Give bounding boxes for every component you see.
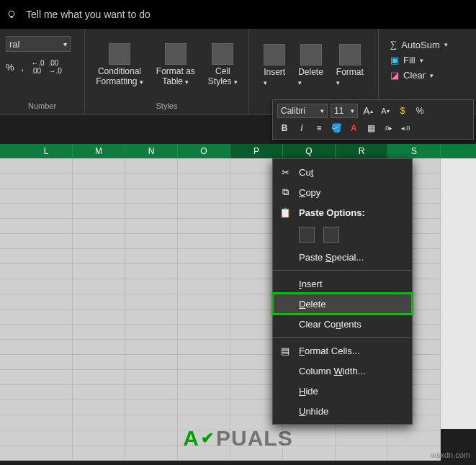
ctx-hide[interactable]: Hide — [273, 381, 412, 401]
cell[interactable] — [20, 355, 73, 370]
column-header-M[interactable]: M — [73, 144, 125, 158]
cell[interactable] — [20, 279, 73, 294]
cell[interactable] — [178, 355, 230, 370]
ctx-unhide[interactable]: Unhide — [273, 401, 412, 421]
ctx-cut[interactable]: ✂ Cut — [273, 162, 412, 182]
font-color-button[interactable]: A — [346, 121, 361, 135]
cell[interactable] — [20, 204, 73, 219]
cell[interactable] — [20, 325, 73, 340]
mini-font-combo[interactable]: Calibri▾ — [277, 104, 328, 118]
cell[interactable] — [73, 446, 125, 461]
cell[interactable] — [20, 173, 73, 189]
cell[interactable] — [125, 264, 178, 279]
cell[interactable] — [73, 264, 125, 279]
cell[interactable] — [20, 370, 73, 385]
cell-styles-button[interactable]: Cell Styles ▾ — [205, 42, 241, 89]
cell[interactable] — [178, 310, 230, 325]
comma-button[interactable]: , — [22, 62, 24, 73]
cell[interactable] — [73, 189, 125, 204]
clear-button[interactable]: ◪ Clear ▾ — [390, 70, 448, 81]
cell[interactable] — [20, 294, 73, 310]
cell[interactable] — [73, 204, 125, 219]
decrease-decimal-button[interactable]: .00→.0 — [49, 59, 62, 75]
cell[interactable] — [336, 430, 388, 446]
cell[interactable] — [20, 415, 73, 430]
cell[interactable] — [20, 400, 73, 415]
number-format-combo[interactable]: ral ▾ — [6, 36, 71, 52]
cell[interactable] — [125, 279, 178, 294]
cell[interactable] — [125, 294, 178, 310]
cell[interactable] — [125, 219, 178, 234]
column-header-N[interactable]: N — [125, 144, 178, 158]
fill-button[interactable]: ▣ Fill ▾ — [390, 55, 448, 66]
decrease-decimal-mini[interactable]: ◂.0 — [398, 121, 413, 135]
cell[interactable] — [73, 158, 125, 173]
cell[interactable] — [125, 385, 178, 400]
cell[interactable] — [178, 340, 230, 355]
cell[interactable] — [73, 415, 125, 430]
cell[interactable] — [336, 446, 388, 461]
cell[interactable] — [73, 430, 125, 446]
cell[interactable] — [178, 279, 230, 294]
cell[interactable] — [73, 294, 125, 310]
cell[interactable] — [20, 446, 73, 461]
cell[interactable] — [125, 325, 178, 340]
cell[interactable] — [125, 310, 178, 325]
cell[interactable] — [125, 158, 178, 173]
cell[interactable] — [125, 249, 178, 264]
cell[interactable] — [20, 264, 73, 279]
format-cells-button[interactable]: Format▾ — [333, 42, 367, 89]
cell[interactable] — [178, 189, 230, 204]
cell[interactable] — [125, 355, 178, 370]
borders-button[interactable]: ▦ — [364, 121, 378, 135]
bold-button[interactable]: B — [277, 121, 292, 135]
cell[interactable] — [178, 264, 230, 279]
increase-decimal-button[interactable]: ←.0.00 — [31, 59, 44, 75]
cell[interactable] — [178, 325, 230, 340]
cell[interactable] — [125, 415, 178, 430]
cell[interactable] — [178, 370, 230, 385]
delete-cells-button[interactable]: Delete▾ — [295, 42, 326, 89]
cell[interactable] — [125, 430, 178, 446]
cell[interactable] — [125, 340, 178, 355]
ctx-column-width[interactable]: Column Width... — [273, 361, 412, 381]
cell[interactable] — [178, 219, 230, 234]
cell[interactable] — [73, 355, 125, 370]
column-header-Q[interactable]: Q — [283, 144, 336, 158]
cell[interactable] — [73, 249, 125, 264]
cell[interactable] — [178, 173, 230, 189]
cell[interactable] — [20, 310, 73, 325]
cell[interactable] — [178, 400, 230, 415]
cell[interactable] — [73, 340, 125, 355]
cell[interactable] — [178, 385, 230, 400]
cell[interactable] — [20, 430, 73, 446]
column-header-L[interactable]: L — [20, 144, 73, 158]
cell[interactable] — [73, 370, 125, 385]
cell[interactable] — [125, 234, 178, 249]
cell[interactable] — [125, 189, 178, 204]
column-headers[interactable]: LMNOPQRS — [0, 144, 476, 158]
decrease-font-button[interactable]: A▾ — [378, 104, 392, 118]
cell[interactable] — [73, 234, 125, 249]
autosum-button[interactable]: ∑ AutoSum ▾ — [390, 39, 448, 50]
column-header-R[interactable]: R — [336, 144, 388, 158]
cell[interactable] — [73, 400, 125, 415]
percent-mini-button[interactable]: % — [413, 104, 427, 118]
cell[interactable] — [178, 234, 230, 249]
tell-me-bar[interactable]: Tell me what you want to do — [0, 0, 476, 29]
cell[interactable] — [73, 173, 125, 189]
ctx-copy[interactable]: ⧉ Copy — [273, 182, 412, 202]
cell[interactable] — [125, 204, 178, 219]
cell[interactable] — [73, 219, 125, 234]
increase-decimal-mini[interactable]: .0▸ — [381, 121, 395, 135]
paste-option-values[interactable] — [323, 227, 339, 243]
cell[interactable] — [125, 370, 178, 385]
insert-cells-button[interactable]: Insert▾ — [261, 42, 288, 89]
cell[interactable] — [125, 400, 178, 415]
percent-button[interactable]: % — [6, 62, 14, 73]
mini-size-combo[interactable]: 11▾ — [331, 104, 358, 118]
cell[interactable] — [178, 204, 230, 219]
cell[interactable] — [73, 325, 125, 340]
cell[interactable] — [20, 385, 73, 400]
ctx-paste-special[interactable]: Paste Special... — [273, 247, 412, 267]
